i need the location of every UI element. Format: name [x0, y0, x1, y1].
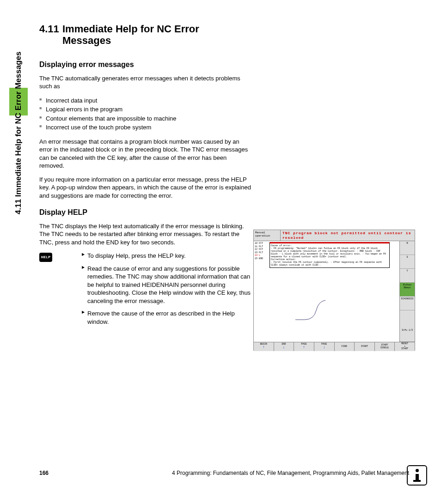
steps-list: To display Help, press the HELP key. Rea…: [82, 252, 252, 326]
sk-page-up[interactable]: PAGE: [294, 342, 314, 351]
side-tab-title: 4.11 Immediate Help for NC Error Message…: [9, 23, 28, 217]
section1-title: Displaying error messages: [39, 61, 252, 69]
code-line: 10 FCT: [255, 242, 263, 245]
code-line: 15 END: [255, 257, 263, 261]
heading-title: Immediate Help for NC Error Messages: [62, 23, 238, 47]
step: Remove the cause of the error as describ…: [82, 310, 252, 326]
arrow-up-icon: [303, 346, 305, 350]
sk-page-down[interactable]: PAGE: [314, 342, 335, 351]
bullet: Incorrect data input: [39, 96, 252, 105]
bullet: Incorrect use of the touch probe system: [39, 123, 252, 132]
section1-intro: The TNC automatically generates error me…: [39, 74, 252, 91]
section2-title: Display HELP: [39, 208, 252, 217]
page-number: 166: [39, 470, 49, 476]
popup-cause-text: - FK programming: "Normal" blocks can fo…: [271, 247, 388, 258]
arrow-down-icon: [282, 346, 285, 350]
ss-sb-diagnosis[interactable]: DIAGNOSIS: [400, 297, 415, 310]
sk-start-single[interactable]: STARTSINGLE: [375, 342, 395, 351]
ss-main-area: 10 FCT 11 FLT 12 FCT 13 FLT 14 L 15 END …: [254, 241, 400, 342]
sk-start[interactable]: START: [355, 342, 375, 351]
ss-header: Manual operation TNC program block not p…: [254, 230, 415, 241]
section2-intro: The TNC displays the Help text automatic…: [39, 222, 252, 247]
side-tab: 4.11 Immediate Help for NC Error Message…: [9, 23, 28, 217]
ss-sb-info[interactable]: Info 1/3: [400, 328, 415, 342]
ss-sb-s[interactable]: S: [400, 255, 415, 269]
tnc-screenshot: Manual operation TNC program block not p…: [253, 230, 415, 351]
ss-sb-python[interactable]: Python Demos: [400, 283, 415, 297]
sk-begin[interactable]: BEGIN: [254, 342, 274, 351]
ss-softkey-row: BEGIN END PAGE PAGE FIND START STARTSING…: [254, 342, 415, 351]
section1-p2: An error message that contains a program…: [39, 138, 252, 170]
sk-reset-start[interactable]: RESET+START: [395, 342, 415, 351]
section1-p3: If you require more information on a par…: [39, 176, 252, 200]
ss-body: 10 FCT 11 FLT 12 FCT 13 FLT 14 L 15 END …: [254, 241, 415, 342]
help-steps-block: HELP To display Help, press the HELP key…: [39, 252, 252, 326]
ss-sb-m[interactable]: M: [400, 241, 415, 255]
code-line: 12 FCT: [255, 248, 263, 251]
arrow-down-icon: [323, 346, 325, 350]
ss-contour-graph: [291, 297, 332, 324]
heading-number: 4.11: [39, 23, 62, 35]
step: To display Help, press the HELP key.: [82, 252, 252, 260]
bullet: Logical errors in the program: [39, 105, 252, 114]
sk-find[interactable]: FIND: [335, 342, 355, 351]
ss-mode-label: Manual operation: [254, 230, 281, 241]
section1-bullets: Incorrect data input Logical errors in t…: [39, 96, 252, 132]
bullet: Contour elements that are impossible to …: [39, 114, 252, 123]
ss-sb-t[interactable]: T: [400, 269, 415, 283]
page-footer: 166 4 Programming: Fundamentals of NC, F…: [39, 470, 409, 476]
chapter-title: 4 Programming: Fundamentals of NC, File …: [172, 470, 409, 476]
arrow-up-icon: [263, 346, 265, 350]
popup-action-text: - First resolve the FK contour completel…: [271, 261, 388, 267]
info-icon: [407, 465, 427, 486]
ss-error-title: TNC program block not permitted until co…: [281, 230, 415, 241]
ss-sidebar: M S T Python Demos DIAGNOSIS Info 1/3: [400, 241, 415, 342]
ss-code-list: 10 FCT 11 FLT 12 FCT 13 FLT 14 L 15 END: [255, 242, 263, 260]
main-content: 4.11Immediate Help for NC Error Messages…: [39, 23, 252, 331]
ss-help-popup: Cause of error: - FK programming: "Norma…: [270, 242, 390, 268]
page-heading: 4.11Immediate Help for NC Error Messages: [39, 23, 252, 47]
step: Read the cause of error and any suggesti…: [82, 265, 252, 305]
help-key-icon: HELP: [39, 253, 52, 262]
sk-end[interactable]: END: [274, 342, 294, 351]
ss-sb-spacer: [400, 310, 415, 328]
